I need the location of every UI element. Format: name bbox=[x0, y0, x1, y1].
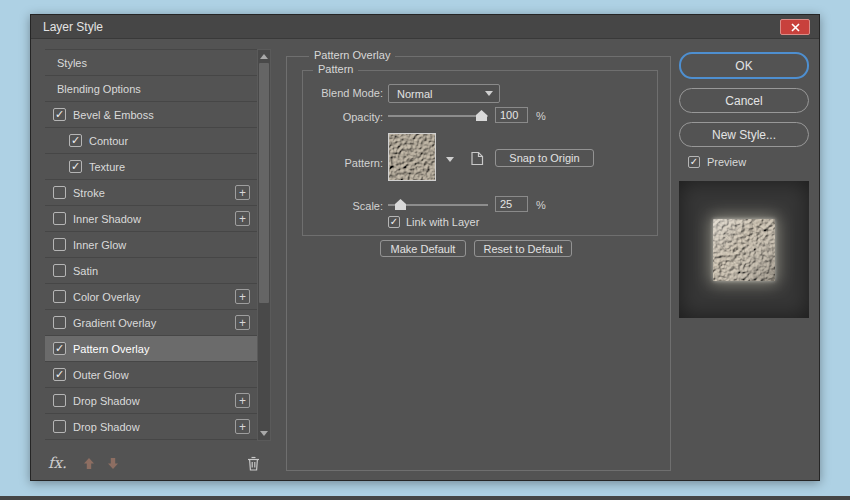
sidebar-item-texture[interactable]: Texture bbox=[45, 154, 257, 180]
add-drop-shadow-button[interactable] bbox=[235, 393, 250, 408]
sidebar-item-gradient-overlay[interactable]: Gradient Overlay bbox=[45, 310, 257, 336]
pattern-texture-image bbox=[389, 134, 435, 180]
sidebar-item-inner-shadow[interactable]: Inner Shadow bbox=[45, 206, 257, 232]
satin-checkbox[interactable] bbox=[53, 264, 66, 277]
new-preset-icon bbox=[469, 151, 484, 166]
add-drop-shadow-2-button[interactable] bbox=[235, 419, 250, 434]
outer-glow-checkbox[interactable] bbox=[53, 368, 66, 381]
snap-to-origin-button[interactable]: Snap to Origin bbox=[495, 149, 594, 167]
scale-slider[interactable] bbox=[388, 197, 488, 211]
blend-mode-label: Blend Mode: bbox=[303, 87, 383, 99]
style-preview-swatch bbox=[679, 181, 809, 318]
chevron-down-icon bbox=[446, 157, 454, 162]
scale-input[interactable] bbox=[495, 196, 528, 212]
fx-menu-icon[interactable]: fx. bbox=[48, 454, 67, 472]
opacity-slider-handle[interactable] bbox=[476, 110, 487, 121]
opacity-input[interactable] bbox=[495, 107, 528, 123]
screen-bottom-edge bbox=[0, 496, 850, 500]
styles-list-footer: fx. bbox=[45, 447, 271, 479]
sidebar-item-drop-shadow-1[interactable]: Drop Shadow bbox=[45, 388, 257, 414]
preview-texture-tile bbox=[713, 219, 775, 281]
stroke-checkbox[interactable] bbox=[53, 186, 66, 199]
sidebar-item-satin[interactable]: Satin bbox=[45, 258, 257, 284]
sidebar-item-drop-shadow-2[interactable]: Drop Shadow bbox=[45, 414, 257, 440]
link-with-layer-checkbox[interactable] bbox=[388, 216, 400, 228]
pattern-overlay-checkbox[interactable] bbox=[53, 342, 66, 355]
move-effect-down-icon[interactable] bbox=[107, 457, 119, 470]
add-gradient-overlay-button[interactable] bbox=[235, 315, 250, 330]
gradient-overlay-checkbox[interactable] bbox=[53, 316, 66, 329]
scroll-up-icon[interactable] bbox=[260, 54, 268, 59]
inner-glow-checkbox[interactable] bbox=[53, 238, 66, 251]
sidebar-item-inner-glow[interactable]: Inner Glow bbox=[45, 232, 257, 258]
sidebar-item-outer-glow[interactable]: Outer Glow bbox=[45, 362, 257, 388]
delete-effect-icon[interactable] bbox=[246, 455, 261, 472]
add-stroke-button[interactable] bbox=[235, 185, 250, 200]
pattern-settings-group: Pattern Blend Mode: Normal Opacity: % Pa… bbox=[302, 70, 658, 236]
texture-checkbox[interactable] bbox=[69, 160, 82, 173]
styles-rows: Styles Blending Options Bevel & Emboss C… bbox=[45, 49, 257, 440]
blend-mode-value: Normal bbox=[397, 88, 432, 100]
add-color-overlay-button[interactable] bbox=[235, 289, 250, 304]
color-overlay-checkbox[interactable] bbox=[53, 290, 66, 303]
sidebar-item-styles[interactable]: Styles bbox=[45, 50, 257, 76]
sidebar-item-pattern-overlay[interactable]: Pattern Overlay bbox=[45, 336, 257, 362]
sidebar-item-bevel-emboss[interactable]: Bevel & Emboss bbox=[45, 102, 257, 128]
scale-slider-handle[interactable] bbox=[395, 199, 406, 210]
opacity-unit: % bbox=[536, 110, 546, 122]
new-pattern-button[interactable] bbox=[467, 149, 486, 168]
preview-checkbox[interactable] bbox=[688, 156, 700, 168]
sidebar-item-color-overlay[interactable]: Color Overlay bbox=[45, 284, 257, 310]
panel-group-title: Pattern Overlay bbox=[309, 49, 395, 61]
inner-shadow-checkbox[interactable] bbox=[53, 212, 66, 225]
drop-shadow-1-checkbox[interactable] bbox=[53, 394, 66, 407]
opacity-slider-track[interactable] bbox=[388, 115, 488, 117]
close-button[interactable] bbox=[780, 19, 810, 35]
new-style-button[interactable]: New Style... bbox=[679, 122, 809, 147]
link-with-layer-label: Link with Layer bbox=[406, 216, 479, 228]
move-effect-up-icon[interactable] bbox=[83, 457, 95, 470]
sidebar-scrollbar[interactable] bbox=[257, 49, 271, 441]
contour-checkbox[interactable] bbox=[69, 134, 82, 147]
reset-to-default-button[interactable]: Reset to Default bbox=[474, 240, 572, 257]
dialog-title: Layer Style bbox=[43, 15, 103, 39]
pattern-picker-chevron[interactable] bbox=[442, 152, 458, 166]
bevel-emboss-checkbox[interactable] bbox=[53, 108, 66, 121]
make-default-button[interactable]: Make Default bbox=[380, 240, 466, 257]
scale-label: Scale: bbox=[303, 200, 383, 212]
ok-button[interactable]: OK bbox=[679, 52, 809, 79]
add-inner-shadow-button[interactable] bbox=[235, 211, 250, 226]
layer-style-dialog: Layer Style Styles Blending Options Beve… bbox=[30, 14, 820, 481]
blend-mode-dropdown[interactable]: Normal bbox=[388, 84, 500, 103]
scroll-down-icon[interactable] bbox=[260, 431, 268, 436]
pattern-label: Pattern: bbox=[303, 157, 383, 169]
link-with-layer-row[interactable]: Link with Layer bbox=[388, 216, 479, 228]
scale-unit: % bbox=[536, 199, 546, 211]
preview-texture-image bbox=[713, 219, 775, 281]
sidebar-item-stroke[interactable]: Stroke bbox=[45, 180, 257, 206]
close-icon bbox=[791, 23, 800, 32]
opacity-label: Opacity: bbox=[303, 111, 383, 123]
cancel-button[interactable]: Cancel bbox=[679, 88, 809, 113]
dialog-titlebar[interactable]: Layer Style bbox=[31, 15, 819, 39]
scrollbar-thumb[interactable] bbox=[259, 63, 269, 303]
pattern-subgroup-title: Pattern bbox=[313, 63, 358, 75]
sidebar-item-blending-options[interactable]: Blending Options bbox=[45, 76, 257, 102]
preview-label: Preview bbox=[707, 156, 746, 168]
preview-toggle-row[interactable]: Preview bbox=[688, 156, 746, 168]
pattern-thumbnail[interactable] bbox=[388, 133, 436, 181]
styles-list: Styles Blending Options Bevel & Emboss C… bbox=[45, 49, 271, 441]
drop-shadow-2-checkbox[interactable] bbox=[53, 420, 66, 433]
pattern-overlay-panel: Pattern Overlay Pattern Blend Mode: Norm… bbox=[286, 56, 671, 471]
sidebar-item-contour[interactable]: Contour bbox=[45, 128, 257, 154]
chevron-down-icon bbox=[485, 91, 493, 96]
opacity-slider[interactable] bbox=[388, 108, 488, 122]
